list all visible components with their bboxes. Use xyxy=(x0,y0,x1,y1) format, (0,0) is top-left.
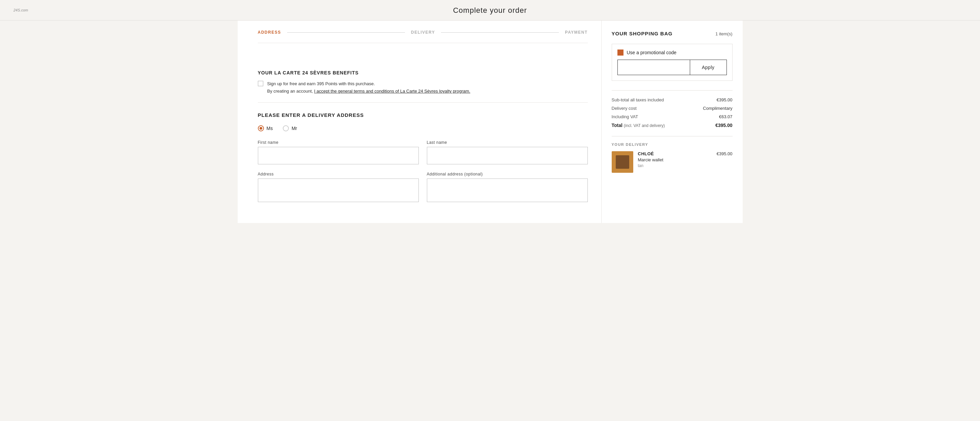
step-payment[interactable]: PAYMENT xyxy=(565,30,587,35)
shopping-bag-title: YOUR SHOPPING BAG xyxy=(612,31,673,37)
total-sublabel: (incl. VAT and delivery) xyxy=(624,123,665,128)
delivery-row: Delivery cost Complimentary xyxy=(612,106,733,111)
total-row: Total (incl. VAT and delivery) €395.00 xyxy=(612,123,733,128)
promo-code-input[interactable] xyxy=(617,60,690,75)
salutation-mr[interactable]: Mr xyxy=(283,125,297,131)
radio-mr[interactable] xyxy=(283,125,289,131)
order-summary: Sub-total all taxes included €395.00 Del… xyxy=(612,90,733,128)
total-value: €395.00 xyxy=(715,123,733,128)
step-line-1 xyxy=(287,32,405,33)
address-input[interactable] xyxy=(258,179,419,202)
additional-address-field: Additional address (optional) xyxy=(427,172,588,202)
your-delivery-title: YOUR DELIVERY xyxy=(612,142,733,147)
salutation-group: Ms Mr xyxy=(258,125,588,131)
benefits-signup-text: Sign up for free and earn 395 Points wit… xyxy=(267,80,470,95)
subtotal-row: Sub-total all taxes included €395.00 xyxy=(612,97,733,102)
first-name-label: First name xyxy=(258,140,419,145)
delivery-value: Complimentary xyxy=(703,106,732,111)
steps-bar: ADDRESS DELIVERY PAYMENT xyxy=(258,21,588,43)
product-row: CHLOÉ Marcie wallet tan €395.00 xyxy=(612,151,733,173)
salutation-mr-label: Mr xyxy=(291,126,297,131)
logo: 24S.com xyxy=(13,8,28,12)
address-field: Address xyxy=(258,172,419,202)
benefits-checkbox[interactable] xyxy=(258,81,263,86)
last-name-input[interactable] xyxy=(427,147,588,164)
promo-header: Use a promotional code xyxy=(617,49,727,56)
benefits-title: YOUR LA CARTE 24 SÈVRES BENEFITS xyxy=(258,70,588,75)
terms-link[interactable]: I accept the general terms and condition… xyxy=(314,89,470,94)
your-delivery-section: YOUR DELIVERY CHLOÉ Marcie wallet tan €3… xyxy=(612,136,733,173)
step-delivery[interactable]: DELIVERY xyxy=(411,30,435,35)
product-variant: tan xyxy=(638,163,712,168)
benefits-section: YOUR LA CARTE 24 SÈVRES BENEFITS Sign up… xyxy=(258,53,588,103)
product-name: Marcie wallet xyxy=(638,157,712,162)
last-name-field: Last name xyxy=(427,140,588,164)
item-count: 1 item(s) xyxy=(715,31,733,37)
apply-promo-button[interactable]: Apply xyxy=(690,60,727,75)
delivery-section-title: PLEASE ENTER A DELIVERY ADDRESS xyxy=(258,112,588,118)
product-info: CHLOÉ Marcie wallet tan xyxy=(638,151,712,168)
shopping-bag-header: YOUR SHOPPING BAG 1 item(s) xyxy=(612,31,733,37)
step-address[interactable]: ADDRESS xyxy=(258,30,281,35)
first-name-field: First name xyxy=(258,140,419,164)
promo-icon xyxy=(617,49,624,56)
promo-input-row: Apply xyxy=(617,60,727,75)
delivery-label: Delivery cost xyxy=(612,106,636,111)
additional-address-input[interactable] xyxy=(427,179,588,202)
step-line-2 xyxy=(441,32,559,33)
product-thumbnail xyxy=(612,151,633,173)
product-price: €395.00 xyxy=(717,151,733,156)
address-label: Address xyxy=(258,172,419,177)
vat-label: Including VAT xyxy=(612,114,638,119)
vat-row: Including VAT €63.07 xyxy=(612,114,733,119)
main-layout: ADDRESS DELIVERY PAYMENT YOUR LA CARTE 2… xyxy=(238,21,743,223)
additional-address-label: Additional address (optional) xyxy=(427,172,588,177)
radio-ms[interactable] xyxy=(258,125,264,131)
first-name-input[interactable] xyxy=(258,147,419,164)
salutation-ms-label: Ms xyxy=(267,126,273,131)
product-brand: CHLOÉ xyxy=(638,151,712,156)
promo-section: Use a promotional code Apply xyxy=(612,44,733,81)
subtotal-label: Sub-total all taxes included xyxy=(612,97,664,102)
vat-value: €63.07 xyxy=(719,114,733,119)
name-row: First name Last name xyxy=(258,140,588,164)
salutation-ms[interactable]: Ms xyxy=(258,125,273,131)
subtotal-value: €395.00 xyxy=(717,97,733,102)
promo-label: Use a promotional code xyxy=(627,50,677,55)
page-title: Complete your order xyxy=(0,6,980,15)
last-name-label: Last name xyxy=(427,140,588,145)
address-row: Address Additional address (optional) xyxy=(258,172,588,202)
benefits-checkbox-row: Sign up for free and earn 395 Points wit… xyxy=(258,80,588,95)
page-header: 24S.com Complete your order xyxy=(0,0,980,21)
left-panel: ADDRESS DELIVERY PAYMENT YOUR LA CARTE 2… xyxy=(238,21,601,223)
total-label: Total (incl. VAT and delivery) xyxy=(612,123,665,128)
right-panel: YOUR SHOPPING BAG 1 item(s) Use a promot… xyxy=(601,21,743,223)
delivery-section: PLEASE ENTER A DELIVERY ADDRESS Ms Mr Fi… xyxy=(258,112,588,202)
product-thumb-inner xyxy=(616,155,629,169)
